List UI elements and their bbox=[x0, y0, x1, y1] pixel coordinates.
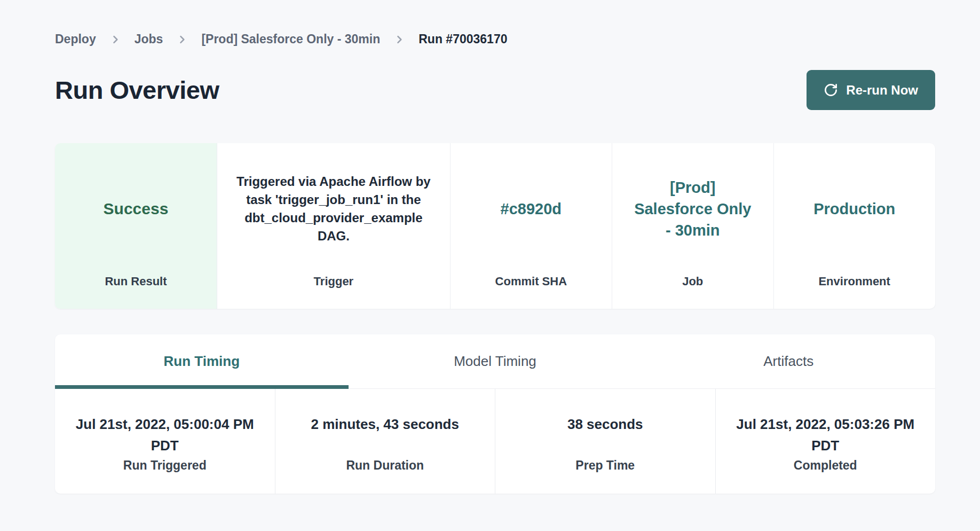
commit-sha-label: Commit SHA bbox=[495, 275, 567, 309]
page-header: Run Overview Re-run Now bbox=[55, 70, 935, 110]
tab-model-timing[interactable]: Model Timing bbox=[349, 334, 642, 388]
run-result-label: Run Result bbox=[105, 275, 167, 309]
breadcrumb-job-name[interactable]: [Prod] Salesforce Only - 30min bbox=[201, 32, 380, 46]
breadcrumb-current-run: Run #70036170 bbox=[418, 32, 507, 46]
rerun-now-button[interactable]: Re-run Now bbox=[807, 70, 935, 110]
run-timing-panel: Jul 21st, 2022, 05:00:04 PM PDT Run Trig… bbox=[55, 389, 935, 494]
run-triggered-cell: Jul 21st, 2022, 05:00:04 PM PDT Run Trig… bbox=[55, 389, 275, 494]
run-result-value: Success bbox=[104, 198, 169, 220]
breadcrumb-jobs[interactable]: Jobs bbox=[135, 32, 163, 46]
tab-artifacts[interactable]: Artifacts bbox=[642, 334, 935, 388]
breadcrumb: Deploy Jobs [Prod] Salesforce Only - 30m… bbox=[55, 0, 935, 46]
prep-time-label: Prep Time bbox=[575, 458, 635, 473]
chevron-right-icon bbox=[110, 34, 121, 45]
run-detail-card: Run Timing Model Timing Artifacts Jul 21… bbox=[55, 334, 935, 494]
commit-sha-link[interactable]: #c8920d bbox=[501, 198, 562, 220]
completed-label: Completed bbox=[794, 458, 857, 473]
trigger-label: Trigger bbox=[314, 275, 354, 309]
job-card: [Prod] Salesforce Only - 30min Job bbox=[612, 143, 773, 309]
run-duration-value: 2 minutes, 43 seconds bbox=[311, 413, 459, 456]
environment-card: Production Environment bbox=[773, 143, 935, 309]
run-triggered-value: Jul 21st, 2022, 05:00:04 PM PDT bbox=[63, 413, 267, 456]
trigger-card: Triggered via Apache Airflow by task 'tr… bbox=[217, 143, 450, 309]
breadcrumb-deploy[interactable]: Deploy bbox=[55, 32, 96, 46]
chevron-right-icon bbox=[394, 34, 405, 45]
run-duration-label: Run Duration bbox=[346, 458, 424, 473]
prep-time-cell: 38 seconds Prep Time bbox=[495, 389, 715, 494]
refresh-icon bbox=[824, 83, 838, 97]
run-triggered-label: Run Triggered bbox=[123, 458, 207, 473]
environment-link[interactable]: Production bbox=[813, 198, 895, 220]
commit-sha-card: #c8920d Commit SHA bbox=[450, 143, 612, 309]
rerun-now-button-label: Re-run Now bbox=[846, 83, 918, 98]
tab-bar: Run Timing Model Timing Artifacts bbox=[55, 334, 935, 389]
job-link[interactable]: [Prod] Salesforce Only - 30min bbox=[631, 177, 755, 241]
tab-run-timing[interactable]: Run Timing bbox=[55, 334, 349, 388]
job-label: Job bbox=[682, 275, 703, 309]
run-result-card: Success Run Result bbox=[55, 143, 217, 309]
environment-label: Environment bbox=[818, 275, 890, 309]
chevron-right-icon bbox=[177, 34, 187, 45]
page-title: Run Overview bbox=[55, 75, 219, 105]
trigger-value: Triggered via Apache Airflow by task 'tr… bbox=[235, 173, 432, 245]
run-summary-card-row: Success Run Result Triggered via Apache … bbox=[55, 143, 935, 309]
run-overview-page: Deploy Jobs [Prod] Salesforce Only - 30m… bbox=[55, 0, 935, 494]
completed-value: Jul 21st, 2022, 05:03:26 PM PDT bbox=[723, 413, 927, 456]
prep-time-value: 38 seconds bbox=[567, 413, 643, 456]
completed-cell: Jul 21st, 2022, 05:03:26 PM PDT Complete… bbox=[715, 389, 936, 494]
run-duration-cell: 2 minutes, 43 seconds Run Duration bbox=[275, 389, 495, 494]
